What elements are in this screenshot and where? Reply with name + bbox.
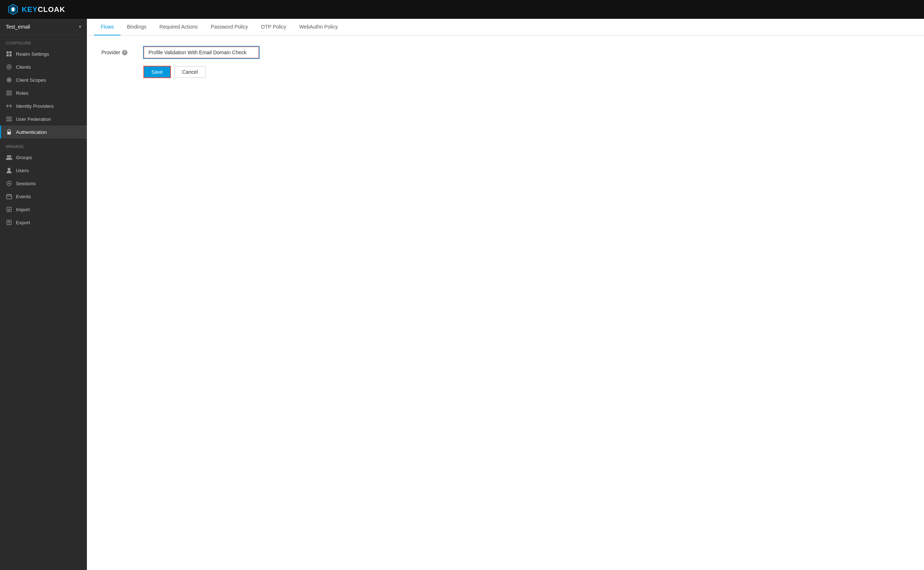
realm-selector[interactable]: Test_email ▾ [0, 19, 87, 35]
svg-rect-16 [6, 117, 12, 118]
sidebar-item-user-federation-label: User Federation [16, 116, 51, 122]
provider-input[interactable] [143, 46, 259, 58]
sidebar-item-clients[interactable]: Clients [0, 60, 87, 74]
logo: KEYCLOAK [7, 4, 65, 15]
tabs-bar: Flows Bindings Required Actions Password… [87, 19, 924, 35]
sidebar-item-client-scopes[interactable]: Client Scopes [0, 74, 87, 86]
groups-icon [6, 154, 12, 161]
sidebar-item-identity-providers[interactable]: Identity Providers [0, 100, 87, 112]
svg-point-25 [8, 182, 10, 184]
sidebar-item-authentication[interactable]: Authentication [0, 126, 87, 138]
svg-rect-17 [6, 119, 12, 120]
sidebar-item-groups[interactable]: Groups [0, 151, 87, 164]
sidebar-item-realm-settings-label: Realm Settings [16, 51, 49, 57]
authentication-icon [6, 129, 12, 135]
clients-icon [6, 64, 12, 70]
svg-rect-4 [9, 51, 12, 54]
svg-point-20 [9, 133, 10, 134]
svg-rect-5 [6, 54, 9, 57]
svg-point-11 [9, 80, 9, 80]
sidebar-item-import-label: Import [16, 207, 30, 212]
provider-help-icon[interactable]: ? [122, 50, 128, 55]
sidebar-item-import[interactable]: Import [0, 203, 87, 216]
svg-rect-13 [6, 93, 12, 93]
tab-otp-policy[interactable]: OTP Policy [255, 19, 293, 35]
svg-point-21 [7, 155, 9, 157]
tab-password-policy[interactable]: Password Policy [204, 19, 255, 35]
identity-providers-icon [6, 103, 12, 109]
sidebar-item-clients-label: Clients [16, 64, 31, 70]
realm-name: Test_email [6, 24, 30, 30]
sidebar-item-client-scopes-label: Client Scopes [16, 77, 46, 83]
chevron-down-icon: ▾ [79, 24, 81, 29]
realm-settings-icon [6, 51, 12, 57]
sidebar-item-export-label: Export [16, 220, 30, 225]
roles-icon [6, 90, 12, 96]
provider-label: Provider ? [101, 49, 138, 55]
svg-rect-18 [6, 120, 12, 121]
tab-webauthn-policy[interactable]: WebAuthn Policy [293, 19, 344, 35]
svg-rect-14 [6, 94, 12, 95]
svg-point-7 [7, 65, 11, 69]
manage-section-label: Manage [0, 138, 87, 151]
user-federation-icon [6, 116, 12, 122]
top-bar: KEYCLOAK [0, 0, 924, 19]
export-icon [6, 219, 12, 226]
svg-rect-12 [6, 91, 12, 92]
tab-flows[interactable]: Flows [94, 19, 121, 35]
tab-required-actions[interactable]: Required Actions [153, 19, 204, 35]
sidebar-item-groups-label: Groups [16, 155, 32, 160]
form-content: Provider ? Save Cancel [87, 35, 924, 570]
events-icon [6, 193, 12, 200]
svg-rect-6 [9, 54, 12, 57]
sidebar-item-users-label: Users [16, 168, 29, 173]
users-icon [6, 167, 12, 174]
provider-row: Provider ? [101, 46, 910, 58]
svg-rect-26 [6, 195, 12, 199]
keycloak-logo-icon [7, 4, 19, 15]
tab-bindings[interactable]: Bindings [121, 19, 153, 35]
content-area: Flows Bindings Required Actions Password… [87, 19, 924, 570]
sidebar-item-sessions-label: Sessions [16, 181, 36, 186]
sidebar-item-realm-settings[interactable]: Realm Settings [0, 48, 87, 60]
sidebar-item-export[interactable]: Export [0, 216, 87, 229]
sidebar-item-authentication-label: Authentication [16, 129, 47, 135]
cancel-button[interactable]: Cancel [175, 66, 206, 78]
sidebar-item-identity-providers-label: Identity Providers [16, 103, 54, 109]
sidebar-item-users[interactable]: Users [0, 164, 87, 177]
sidebar-item-roles[interactable]: Roles [0, 86, 87, 100]
svg-point-22 [9, 155, 11, 157]
svg-point-23 [8, 168, 11, 171]
save-button[interactable]: Save [143, 66, 171, 78]
button-row: Save Cancel [143, 66, 910, 78]
sidebar-item-user-federation[interactable]: User Federation [0, 112, 87, 126]
sidebar-item-roles-label: Roles [16, 90, 29, 96]
logo-text: KEYCLOAK [22, 5, 65, 14]
sidebar: Test_email ▾ Configure Realm Settings Cl… [0, 19, 87, 570]
sidebar-item-events[interactable]: Events [0, 190, 87, 203]
sessions-icon [6, 180, 12, 187]
main-layout: Test_email ▾ Configure Realm Settings Cl… [0, 19, 924, 570]
svg-point-8 [8, 66, 10, 67]
sidebar-item-sessions[interactable]: Sessions [0, 177, 87, 190]
import-icon [6, 206, 12, 213]
sidebar-item-events-label: Events [16, 194, 31, 199]
client-scopes-icon [6, 77, 12, 83]
configure-section-label: Configure [0, 35, 87, 48]
svg-rect-3 [6, 51, 9, 54]
